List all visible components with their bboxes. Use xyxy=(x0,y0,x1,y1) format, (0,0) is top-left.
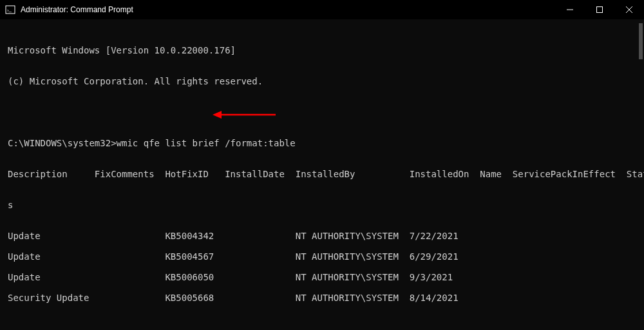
table-header-wrap: s xyxy=(8,200,636,210)
window-title: Administrator: Command Prompt xyxy=(21,5,555,14)
table-row: Security Update KB5005668 NT AUTHORITY\S… xyxy=(8,293,636,303)
svg-text:›_: ›_ xyxy=(7,7,12,13)
table-row: Update KB5006050 NT AUTHORITY\SYSTEM 9/3… xyxy=(8,272,636,282)
prompt-path: C:\WINDOWS\system32> xyxy=(8,138,117,148)
maximize-button[interactable] xyxy=(585,0,614,19)
table-header: Description FixComments HotFixID Install… xyxy=(8,169,636,179)
command-text: wmic qfe list brief /format:table xyxy=(117,138,296,148)
version-line: Microsoft Windows [Version 10.0.22000.17… xyxy=(8,45,636,55)
window-controls xyxy=(555,0,644,19)
titlebar[interactable]: ›_ Administrator: Command Prompt xyxy=(0,0,644,19)
minimize-button[interactable] xyxy=(555,0,585,19)
close-button[interactable] xyxy=(614,0,644,19)
table-row: Update KB5004342 NT AUTHORITY\SYSTEM 7/2… xyxy=(8,231,636,241)
prompt-line: C:\WINDOWS\system32>wmic qfe list brief … xyxy=(8,138,636,148)
terminal-output[interactable]: Microsoft Windows [Version 10.0.22000.17… xyxy=(0,19,644,330)
copyright-line: (c) Microsoft Corporation. All rights re… xyxy=(8,76,636,86)
svg-rect-3 xyxy=(597,7,603,13)
table-row: Update KB5004567 NT AUTHORITY\SYSTEM 6/2… xyxy=(8,251,636,262)
cmd-icon: ›_ xyxy=(5,5,15,15)
scrollbar-thumb[interactable] xyxy=(639,23,643,59)
